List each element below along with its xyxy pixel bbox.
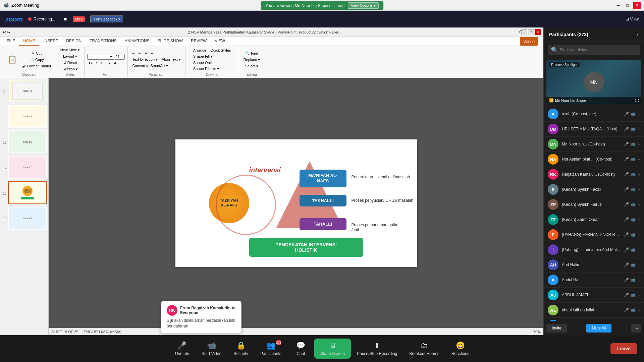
participant-item[interactable]: I (Pahang) Izzuddin bin Abd Mut... 🎤 📹 ·… bbox=[544, 242, 644, 257]
reset-button[interactable]: ↺ Reset bbox=[59, 60, 82, 66]
undo-icon[interactable]: ↩ bbox=[3, 30, 6, 35]
search-box[interactable]: 🔍 bbox=[548, 45, 640, 55]
slide-panel[interactable]: 14 Slide 14 15 Slide 15 16 bbox=[0, 78, 49, 335]
layout-button[interactable]: Layout ▾ bbox=[59, 54, 82, 59]
view-toggle[interactable]: ⊟ View bbox=[626, 17, 639, 21]
participant-item[interactable]: A azah (Co-host, me) 🎤 📹 ··· bbox=[544, 107, 644, 122]
new-slide-button[interactable]: New Slide ▾ bbox=[59, 47, 82, 53]
facebook-button[interactable]: f on Facebook ▾ bbox=[90, 15, 124, 23]
pause-record-icon[interactable]: ⏸ bbox=[57, 17, 61, 21]
tab-file[interactable]: FILE bbox=[3, 37, 19, 46]
quick-styles-button[interactable]: Quick Styles bbox=[209, 48, 232, 53]
tab-animations[interactable]: ANIMATIONS bbox=[121, 37, 154, 46]
participant-item[interactable]: S (Kedah) Syeikh Fadzli 🎤 📹 ··· bbox=[544, 182, 644, 197]
redo-icon[interactable]: ↪ bbox=[7, 30, 10, 35]
slide-15-thumb[interactable]: Slide 15 bbox=[8, 105, 47, 128]
participant-icons: 🎤 📹 ··· bbox=[624, 262, 640, 267]
align-center-button[interactable]: ≡ bbox=[137, 51, 142, 56]
shape-fill-button[interactable]: Shape Fill ▾ bbox=[192, 54, 214, 59]
find-button[interactable]: 🔍 Find bbox=[242, 51, 262, 56]
breakout-rooms-button[interactable]: 🗂 Breakout Rooms bbox=[403, 339, 445, 359]
slide-18-thumb[interactable]: TAZKIYAH AL-NAFS bbox=[8, 181, 47, 204]
section-button[interactable]: Section ▾ bbox=[59, 66, 82, 72]
camera-icon: 📹 bbox=[630, 202, 635, 207]
bold-button[interactable]: B bbox=[87, 60, 93, 66]
tab-insert[interactable]: INSERT bbox=[39, 37, 62, 46]
underline-button[interactable]: U bbox=[99, 60, 105, 66]
participant-item[interactable]: ZZ (Kedah) Zamri Omar 🎤 📹 ··· bbox=[544, 212, 644, 227]
participant-item[interactable]: A Abuhumaira 🎤 📹 ··· bbox=[544, 318, 644, 321]
align-left-button[interactable]: ≡ bbox=[130, 51, 136, 56]
share-screen-button[interactable]: 🖥 Share Screen bbox=[314, 339, 351, 359]
shape-outline-button[interactable]: Shape Outline bbox=[192, 60, 218, 65]
participant-item[interactable]: AH Abd Halim 🎤 📹 ··· bbox=[544, 257, 644, 273]
font-family-select[interactable] bbox=[87, 54, 114, 60]
slides-label: Slides bbox=[65, 73, 74, 76]
copy-button[interactable]: 📄 Copy bbox=[20, 57, 53, 63]
font-size-input[interactable] bbox=[115, 54, 125, 60]
cut-button[interactable]: ✂ Cut bbox=[20, 51, 53, 56]
format-painter-button[interactable]: 🖌 Format Painter bbox=[20, 63, 53, 69]
spotlight-label[interactable]: Remove Spotlight bbox=[549, 62, 580, 67]
text-direction-button[interactable]: Text Direction ▾ bbox=[130, 57, 159, 62]
start-video-button[interactable]: 📹 Start Video bbox=[196, 339, 227, 359]
font-color-button[interactable]: A bbox=[112, 60, 118, 66]
participant-item[interactable]: F (PAHANG) FARHAN PNCR RAUB 🎤 📹 ··· bbox=[544, 227, 644, 242]
pause-recording-button[interactable]: ⏸ Pause/Stop Recording bbox=[351, 339, 403, 359]
slide-19-thumb[interactable]: Slide 19 bbox=[8, 207, 47, 230]
tab-review[interactable]: REVIEW bbox=[187, 37, 211, 46]
ppt-restore-button[interactable]: □ bbox=[528, 29, 534, 35]
mute-all-button[interactable]: Mute All bbox=[586, 324, 611, 333]
italic-button[interactable]: I bbox=[94, 60, 98, 66]
more-options-button[interactable]: ··· bbox=[631, 324, 641, 333]
reactions-button[interactable]: 😀 Reactions bbox=[445, 339, 475, 359]
security-button[interactable]: 🔒 Security bbox=[227, 339, 254, 359]
tab-design[interactable]: DESIGN bbox=[62, 37, 86, 46]
participants-button[interactable]: 👥 273 Participants bbox=[254, 339, 287, 359]
close-button[interactable]: ✕ bbox=[633, 2, 641, 9]
justify-button[interactable]: ≡ bbox=[149, 51, 155, 56]
align-right-button[interactable]: ≡ bbox=[143, 51, 148, 56]
view-options-button[interactable]: View Options ▾ bbox=[348, 2, 379, 9]
search-input[interactable] bbox=[560, 48, 637, 52]
stop-record-icon[interactable]: ⏹ bbox=[63, 17, 67, 21]
participant-item[interactable]: AL abdul latif abdullah 🎤 📹 ··· bbox=[544, 303, 644, 318]
ppt-minimize-button[interactable]: ─ bbox=[521, 29, 527, 35]
participant-item[interactable]: ZF (Kedah) Syeikh Fairuz 🎤 📹 ··· bbox=[544, 197, 644, 212]
slide-16-thumb[interactable]: Slide 16 bbox=[8, 130, 47, 153]
replace-button[interactable]: Replace ▾ bbox=[242, 57, 262, 63]
tab-transitions[interactable]: TRANSITIONS bbox=[86, 37, 121, 46]
participant-item[interactable]: A Abdul Hadi 🎤 📹 ··· bbox=[544, 273, 644, 288]
convert-smartart-button[interactable]: Convert to SmartArt ▾ bbox=[130, 63, 169, 69]
shape-effects-button[interactable]: Shape Effects ▾ bbox=[192, 66, 221, 72]
participant-item[interactable]: MN Md Noor bin... (Co-host) 🎤 📹 ··· bbox=[544, 137, 644, 152]
tab-view[interactable]: VIEW bbox=[211, 37, 229, 46]
select-button[interactable]: Select ▾ bbox=[242, 63, 262, 69]
participant-item[interactable]: UM URUSETIA MULTAQA... (Host) 🎤 📹 ··· bbox=[544, 122, 644, 137]
sign-in-button[interactable]: Sign in bbox=[520, 37, 538, 46]
tab-home[interactable]: HOME bbox=[19, 37, 39, 46]
editing-label: Editing bbox=[247, 73, 257, 76]
participant-item[interactable]: RK Raqaizah Kamalu... (Co-host) 🎤 📹 ··· bbox=[544, 167, 644, 182]
participant-item[interactable]: NA Nor Asniah binti ... (Co-host) 🎤 📹 ··… bbox=[544, 152, 644, 167]
align-text-button[interactable]: Align Text ▾ bbox=[160, 57, 182, 62]
minimize-button[interactable]: ─ bbox=[614, 2, 622, 9]
participant-name: ABDUL JAMEL bbox=[562, 293, 621, 297]
slide-14-thumb[interactable]: Slide 14 bbox=[8, 79, 47, 102]
maximize-button[interactable]: □ bbox=[624, 2, 631, 9]
paste-button[interactable]: 📋 bbox=[5, 54, 19, 65]
collapse-button[interactable]: ‹ bbox=[637, 32, 639, 38]
mic-icon: 🎤 bbox=[624, 217, 629, 222]
unmute-button[interactable]: 🎤 Unmute bbox=[169, 339, 196, 359]
ppt-close-button[interactable]: ✕ bbox=[535, 29, 541, 35]
arrange-button[interactable]: Arrange bbox=[192, 48, 208, 53]
fullscreen-icon[interactable]: ⛶ bbox=[635, 99, 639, 103]
tab-slideshow[interactable]: SLIDE SHOW bbox=[154, 37, 187, 46]
help-icon[interactable]: ? bbox=[519, 29, 521, 35]
leave-button[interactable]: Leave bbox=[610, 343, 637, 354]
chat-button[interactable]: 💬 Chat bbox=[287, 339, 314, 359]
strikethrough-button[interactable]: S bbox=[106, 60, 111, 66]
slide-17-thumb[interactable]: Slide 17 bbox=[8, 156, 47, 179]
participant-item[interactable]: AJ ABDUL JAMEL 🎤 📹 ··· bbox=[544, 288, 644, 303]
invite-button[interactable]: Invite bbox=[546, 324, 567, 333]
